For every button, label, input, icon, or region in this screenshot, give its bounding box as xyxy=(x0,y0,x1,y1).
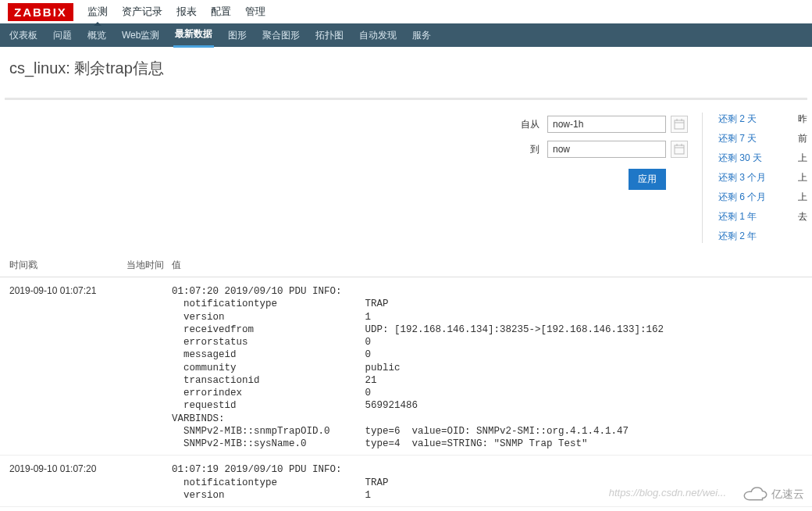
quick-link-3[interactable]: 还剩 3 个月 xyxy=(718,171,789,184)
quick-link-1[interactable]: 还剩 7 天 xyxy=(718,132,789,145)
subnav-item-7[interactable]: 拓扑图 xyxy=(314,24,345,47)
to-input[interactable] xyxy=(547,141,666,158)
topnav-item-0[interactable]: 监测 xyxy=(87,5,108,19)
cell-timestamp: 2019-09-10 01:07:20 xyxy=(9,463,126,474)
right-links: 昨前上上上去 xyxy=(789,113,807,243)
subnav-item-0[interactable]: 仪表板 xyxy=(8,24,39,47)
quick-link-2[interactable]: 还剩 30 天 xyxy=(718,152,789,165)
history-header: 时间戳 当地时间 值 xyxy=(0,251,812,277)
right-link-2[interactable]: 上 xyxy=(798,152,807,165)
col-timestamp: 时间戳 xyxy=(9,259,126,272)
history-body: 2019-09-10 01:07:2101:07:20 2019/09/10 P… xyxy=(0,277,812,507)
col-value: 值 xyxy=(172,259,803,272)
subnav-item-1[interactable]: 问题 xyxy=(52,24,73,47)
col-localtime: 当地时间 xyxy=(126,259,172,272)
quick-link-5[interactable]: 还剩 1 年 xyxy=(718,210,789,223)
cell-timestamp: 2019-09-10 01:07:21 xyxy=(9,285,126,296)
right-link-5[interactable]: 去 xyxy=(798,210,807,223)
brand-badge: 亿速云 xyxy=(740,486,804,503)
page-title: cs_linux: 剩余trap信息 xyxy=(0,47,812,98)
subnav-item-5[interactable]: 图形 xyxy=(226,24,248,47)
filter-panel: 自从 到 应用 还剩 2 天还剩 7 天还剩 30 天还剩 3 个月还剩 6 个… xyxy=(0,100,812,251)
table-row: 2019-09-10 01:07:2101:07:20 2019/09/10 P… xyxy=(0,277,812,456)
apply-button[interactable]: 应用 xyxy=(629,169,666,190)
right-link-4[interactable]: 上 xyxy=(798,191,807,204)
topnav-item-3[interactable]: 配置 xyxy=(211,5,231,19)
calendar-icon[interactable] xyxy=(671,141,688,158)
quick-link-4[interactable]: 还剩 6 个月 xyxy=(718,191,789,204)
svg-rect-4 xyxy=(675,145,684,154)
subnav-item-6[interactable]: 聚合图形 xyxy=(261,24,301,47)
subnav-item-3[interactable]: Web监测 xyxy=(120,24,161,47)
to-label: 到 xyxy=(530,143,540,156)
right-link-3[interactable]: 上 xyxy=(798,171,807,184)
quick-range-links: 还剩 2 天还剩 7 天还剩 30 天还剩 3 个月还剩 6 个月还剩 1 年还… xyxy=(718,113,789,243)
right-link-1[interactable]: 前 xyxy=(798,132,807,145)
subnav-item-2[interactable]: 概览 xyxy=(86,24,108,47)
subnav: 仪表板问题概览Web监测最新数据图形聚合图形拓扑图自动发现服务 xyxy=(0,23,812,47)
cell-value: 01:07:20 2019/09/10 PDU INFO: notificati… xyxy=(172,285,803,450)
subnav-item-9[interactable]: 服务 xyxy=(411,24,433,47)
quick-link-0[interactable]: 还剩 2 天 xyxy=(718,113,789,126)
table-row: 2019-09-10 01:07:2001:07:19 2019/09/10 P… xyxy=(0,456,812,507)
cloud-icon xyxy=(740,486,768,503)
topnav-item-1[interactable]: 资产记录 xyxy=(122,5,162,19)
zabbix-logo: ZABBIX xyxy=(8,3,73,21)
watermark-text: https://blog.csdn.net/wei... xyxy=(609,487,726,498)
topnav: 监测资产记录报表配置管理 xyxy=(87,5,280,19)
from-label: 自从 xyxy=(521,118,540,131)
quick-link-6[interactable]: 还剩 2 年 xyxy=(718,230,789,243)
topbar: ZABBIX 监测资产记录报表配置管理 xyxy=(0,0,812,23)
topnav-item-2[interactable]: 报表 xyxy=(176,5,197,19)
subnav-item-8[interactable]: 自动发现 xyxy=(358,24,398,47)
right-link-0[interactable]: 昨 xyxy=(798,113,807,126)
topnav-item-4[interactable]: 管理 xyxy=(245,5,265,19)
subnav-item-4[interactable]: 最新数据 xyxy=(173,23,214,48)
from-input[interactable] xyxy=(547,116,666,133)
svg-rect-0 xyxy=(675,120,684,129)
calendar-icon[interactable] xyxy=(671,116,688,133)
